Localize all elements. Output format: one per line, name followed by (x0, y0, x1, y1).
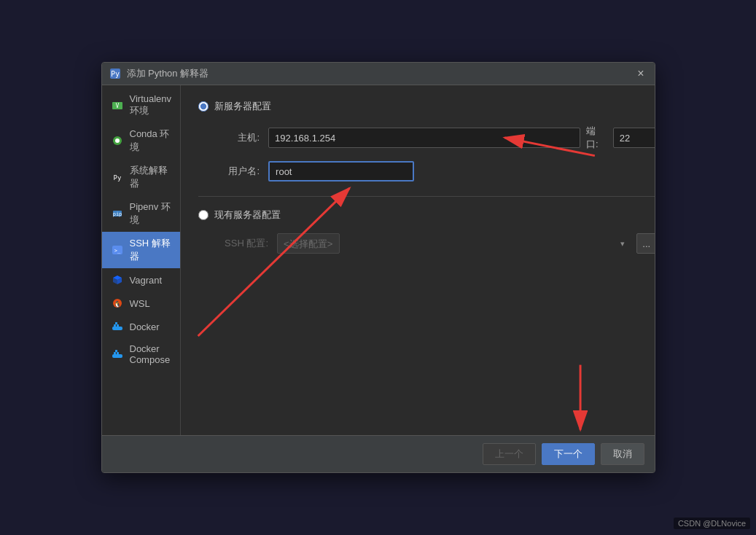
sidebar-item-label: SSH 解释器 (130, 237, 172, 263)
svg-text:Py: Py (113, 174, 121, 181)
svg-rect-22 (114, 352, 116, 354)
existing-server-radio[interactable] (198, 210, 209, 220)
virtualenv-icon: V (111, 99, 124, 112)
ssh-config-label: SSH 配置: (216, 237, 268, 250)
sidebar-item-virtualenv[interactable]: V Virtualenv 环境 (102, 88, 181, 122)
watermark: CSDN @DLNovice (674, 518, 750, 529)
conda-icon (111, 134, 124, 147)
ssh-config-row: SSH 配置: <选择配置> ... (198, 233, 655, 254)
svg-rect-24 (115, 350, 117, 352)
title-bar: Py 添加 Python 解释器 × (102, 63, 655, 85)
host-label: 主机: (216, 131, 260, 144)
sidebar-item-label: WSL (130, 298, 150, 309)
ssh-config-ellipsis-button[interactable]: ... (636, 233, 655, 254)
port-input[interactable] (613, 128, 655, 148)
sidebar-item-docker-compose[interactable]: Docker Compose (102, 338, 181, 370)
sidebar-item-label: Pipenv 环境 (130, 200, 172, 227)
new-server-radio-label[interactable]: 新服务器配置 (198, 100, 655, 113)
main-content: 新服务器配置 主机: 端口: 用户名: (181, 85, 655, 435)
prev-button[interactable]: 上一个 (483, 443, 536, 465)
username-label: 用户名: (216, 165, 260, 178)
next-button[interactable]: 下一个 (542, 443, 595, 465)
host-input[interactable] (268, 128, 580, 148)
new-server-radio[interactable] (198, 101, 209, 112)
dialog-icon: Py (109, 68, 121, 79)
svg-rect-23 (117, 352, 119, 354)
existing-server-section: 现有服务器配置 SSH 配置: <选择配置> ... (198, 208, 655, 254)
docker-icon (111, 320, 124, 333)
username-row: 用户名: (198, 161, 655, 181)
dialog-footer: 上一个 下一个 取消 (102, 435, 655, 472)
pipenv-icon: pip (111, 207, 124, 220)
svg-rect-18 (114, 324, 116, 327)
sidebar-item-system[interactable]: Py 系统解释器 (102, 159, 181, 195)
sidebar-item-label: Conda 环境 (130, 128, 172, 154)
sidebar-item-vagrant[interactable]: Vagrant (102, 268, 181, 292)
sidebar-item-wsl[interactable]: 🐧 WSL (102, 292, 181, 315)
docker-compose-icon (111, 348, 124, 361)
cancel-button[interactable]: 取消 (601, 443, 644, 465)
sidebar-item-label: Virtualenv 环境 (130, 93, 172, 117)
ssh-icon: >_ (111, 243, 124, 257)
svg-rect-19 (117, 324, 119, 327)
ssh-config-select-wrapper: <选择配置> (277, 233, 631, 254)
new-server-label: 新服务器配置 (214, 100, 271, 113)
separator (198, 196, 655, 197)
svg-text:V: V (115, 103, 119, 109)
sidebar-item-docker[interactable]: Docker (102, 315, 181, 338)
svg-rect-17 (112, 327, 122, 330)
svg-text:🐧: 🐧 (114, 300, 121, 308)
python-icon: Py (111, 171, 124, 184)
sidebar-item-label: 系统解释器 (130, 164, 172, 190)
close-button[interactable]: × (634, 68, 647, 79)
wsl-icon: 🐧 (111, 297, 124, 310)
port-label: 端口: (586, 125, 607, 151)
sidebar-item-pipenv[interactable]: pip Pipenv 环境 (102, 195, 181, 232)
sidebar-item-conda[interactable]: Conda 环境 (102, 122, 181, 159)
sidebar-item-label: Vagrant (130, 275, 163, 286)
sidebar-item-label: Docker Compose (130, 343, 172, 365)
dialog-title: 添加 Python 解释器 (127, 67, 635, 80)
svg-text:pip: pip (112, 211, 122, 217)
sidebar-item-ssh[interactable]: >_ SSH 解释器 (102, 232, 181, 268)
sidebar: V Virtualenv 环境 Conda 环境 Py 系统解释器 (102, 85, 182, 435)
vagrant-icon (111, 273, 124, 286)
svg-rect-20 (115, 322, 117, 324)
sidebar-item-label: Docker (130, 321, 160, 332)
svg-text:Py: Py (110, 70, 119, 78)
new-server-section: 新服务器配置 主机: 端口: 用户名: (198, 100, 655, 181)
svg-rect-21 (112, 354, 122, 358)
svg-text:>_: >_ (114, 248, 120, 254)
host-row: 主机: 端口: (198, 125, 655, 151)
existing-server-radio-label[interactable]: 现有服务器配置 (198, 208, 655, 222)
username-input[interactable] (268, 161, 414, 181)
existing-server-label: 现有服务器配置 (214, 208, 281, 222)
svg-point-5 (115, 138, 120, 143)
ssh-config-select[interactable]: <选择配置> (277, 233, 340, 254)
